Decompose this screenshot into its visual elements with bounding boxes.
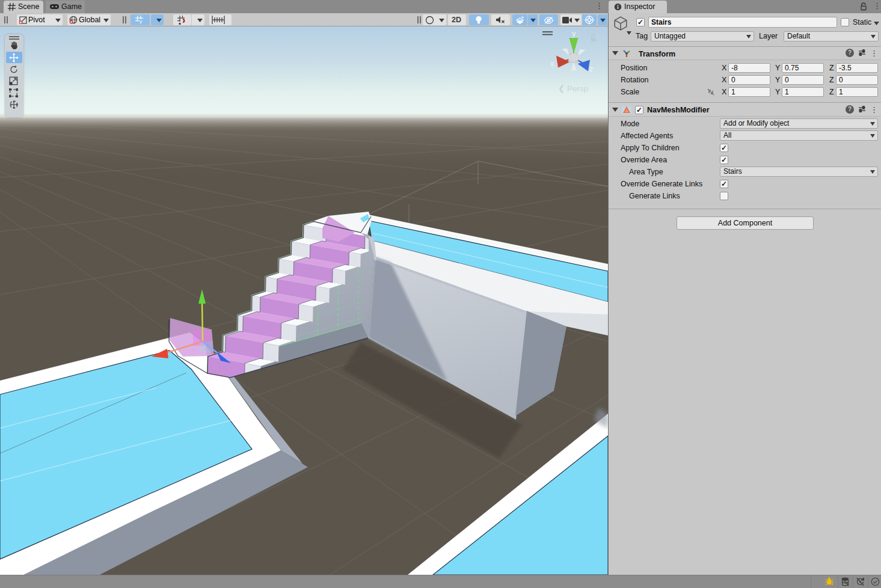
svg-text:Y: Y xyxy=(139,19,143,25)
svg-text:z: z xyxy=(589,64,594,73)
svg-text:y: y xyxy=(572,29,576,38)
svg-text:❮ Persp: ❮ Persp xyxy=(558,84,588,94)
svg-text:x: x xyxy=(550,59,554,68)
